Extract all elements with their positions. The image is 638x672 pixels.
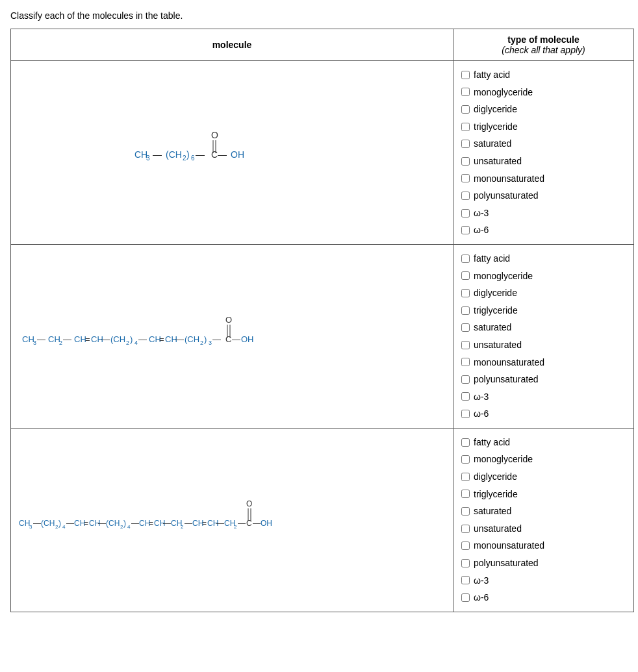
svg-text:3: 3 bbox=[146, 155, 150, 162]
svg-text:CH: CH bbox=[22, 334, 34, 344]
checkbox-item-row3: polyunsaturated bbox=[461, 554, 626, 572]
svg-text:2: 2 bbox=[234, 524, 237, 530]
checkbox-monounsaturated-row3[interactable] bbox=[461, 541, 470, 550]
checkbox-ω-6-row3[interactable] bbox=[461, 593, 470, 602]
table-row: CH 3 — (CH 2 ) 6 — C O bbox=[11, 61, 634, 245]
svg-text:4: 4 bbox=[127, 524, 131, 530]
table-row: CH 3 — CH 2 — CH = CH — (CH 2 ) 4 bbox=[11, 244, 634, 428]
svg-text:): ) bbox=[204, 334, 207, 344]
svg-text:—: — bbox=[185, 519, 192, 528]
svg-text:3: 3 bbox=[33, 340, 36, 346]
svg-text:O: O bbox=[246, 499, 252, 508]
checkbox-label: diglyceride bbox=[474, 101, 517, 118]
checkbox-ω-3-row2[interactable] bbox=[461, 392, 470, 401]
svg-text:—: — bbox=[98, 519, 106, 528]
checkbox-saturated-row2[interactable] bbox=[461, 323, 470, 332]
svg-text:—: — bbox=[138, 334, 147, 344]
checkbox-label: ω-3 bbox=[474, 205, 489, 222]
checkbox-label: monounsaturated bbox=[474, 537, 544, 554]
molecule-1: CH 3 — (CH 2 ) 6 — C O bbox=[11, 61, 453, 245]
checkbox-triglyceride-row2[interactable] bbox=[461, 306, 470, 315]
checkbox-label: saturated bbox=[474, 135, 511, 153]
checkbox-label: monoglyceride bbox=[474, 451, 533, 468]
checkbox-diglyceride-row1[interactable] bbox=[461, 105, 470, 114]
svg-text:4: 4 bbox=[134, 340, 138, 346]
checkbox-item-row3: saturated bbox=[461, 503, 626, 520]
svg-text:OH: OH bbox=[231, 149, 244, 160]
svg-text:(CH: (CH bbox=[166, 149, 182, 160]
svg-text:2: 2 bbox=[126, 340, 129, 346]
type-options-2: fatty acidmonoglyceridediglyceridetrigly… bbox=[453, 244, 634, 428]
checkbox-item-row1: polyunsaturated bbox=[461, 187, 626, 205]
checkbox-label: triglyceride bbox=[474, 118, 518, 136]
molecule-2: CH 3 — CH 2 — CH = CH — (CH 2 ) 4 bbox=[11, 244, 453, 428]
checkbox-triglyceride-row3[interactable] bbox=[461, 490, 470, 498]
checkbox-label: fatty acid bbox=[474, 250, 510, 268]
checkbox-unsaturated-row3[interactable] bbox=[461, 525, 470, 533]
svg-text:4: 4 bbox=[62, 524, 66, 530]
svg-text:—: — bbox=[216, 519, 224, 528]
type-options-3: fatty acidmonoglyceridediglyceridetrigly… bbox=[453, 428, 634, 612]
checkbox-label: triglyceride bbox=[474, 302, 518, 319]
checkbox-item-row3: triglyceride bbox=[461, 486, 626, 503]
checkbox-label: monoglyceride bbox=[474, 84, 533, 101]
svg-text:—: — bbox=[131, 519, 139, 528]
checkbox-item-row3: monoglyceride bbox=[461, 451, 626, 468]
checkbox-saturated-row1[interactable] bbox=[461, 140, 470, 148]
svg-text:CH: CH bbox=[48, 334, 60, 344]
checkbox-item-row2: monounsaturated bbox=[461, 354, 626, 371]
svg-text:=: = bbox=[149, 519, 153, 528]
checkbox-monoglyceride-row1[interactable] bbox=[461, 88, 470, 96]
checkbox-label: unsaturated bbox=[474, 520, 522, 538]
svg-text:(CH: (CH bbox=[185, 334, 199, 344]
checkbox-polyunsaturated-row2[interactable] bbox=[461, 375, 470, 384]
checkbox-unsaturated-row2[interactable] bbox=[461, 341, 470, 349]
checkbox-item-row1: ω-6 bbox=[461, 221, 626, 239]
svg-text:): ) bbox=[123, 519, 126, 528]
svg-text:—: — bbox=[163, 519, 171, 528]
svg-text:OH: OH bbox=[241, 334, 254, 344]
svg-text:—: — bbox=[218, 149, 227, 160]
checkbox-unsaturated-row1[interactable] bbox=[461, 157, 470, 166]
checkbox-fatty-acid-row3[interactable] bbox=[461, 438, 470, 447]
svg-text:C: C bbox=[246, 519, 252, 528]
checkbox-label: saturated bbox=[474, 319, 511, 336]
checkbox-label: diglyceride bbox=[474, 468, 517, 486]
checkbox-polyunsaturated-row3[interactable] bbox=[461, 559, 470, 567]
checkbox-label: monounsaturated bbox=[474, 354, 544, 371]
svg-text:6: 6 bbox=[191, 155, 195, 162]
svg-text:O: O bbox=[225, 315, 232, 325]
checkbox-monounsaturated-row1[interactable] bbox=[461, 174, 470, 182]
svg-text:3: 3 bbox=[209, 340, 212, 346]
checkbox-item-row1: monoglyceride bbox=[461, 84, 626, 101]
checkbox-diglyceride-row3[interactable] bbox=[461, 473, 470, 481]
checkbox-label: diglyceride bbox=[474, 284, 517, 302]
svg-text:—: — bbox=[232, 334, 240, 344]
checkbox-diglyceride-row2[interactable] bbox=[461, 289, 470, 297]
checkbox-label: saturated bbox=[474, 503, 511, 520]
checkbox-ω-6-row1[interactable] bbox=[461, 226, 470, 234]
checkbox-monounsaturated-row2[interactable] bbox=[461, 358, 470, 366]
checkbox-monoglyceride-row2[interactable] bbox=[461, 271, 470, 280]
svg-text:=: = bbox=[84, 519, 88, 528]
checkbox-fatty-acid-row1[interactable] bbox=[461, 71, 470, 79]
svg-text:—: — bbox=[37, 334, 45, 344]
checkbox-label: fatty acid bbox=[474, 434, 510, 451]
checkbox-polyunsaturated-row1[interactable] bbox=[461, 192, 470, 200]
checkbox-label: unsaturated bbox=[474, 153, 522, 170]
checkbox-fatty-acid-row2[interactable] bbox=[461, 255, 470, 263]
checkbox-ω-3-row1[interactable] bbox=[461, 209, 470, 218]
svg-text:O: O bbox=[211, 130, 218, 140]
checkbox-label: ω-3 bbox=[474, 572, 489, 590]
checkbox-ω-3-row3[interactable] bbox=[461, 576, 470, 584]
svg-text:CH: CH bbox=[74, 334, 86, 344]
checkbox-item-row1: ω-3 bbox=[461, 205, 626, 222]
checkbox-label: polyunsaturated bbox=[474, 371, 539, 388]
type-options-1: fatty acidmonoglyceridediglyceridetrigly… bbox=[453, 61, 634, 245]
checkbox-triglyceride-row1[interactable] bbox=[461, 123, 470, 131]
checkbox-ω-6-row2[interactable] bbox=[461, 410, 470, 418]
checkbox-saturated-row3[interactable] bbox=[461, 507, 470, 516]
checkbox-monoglyceride-row3[interactable] bbox=[461, 455, 470, 464]
checkbox-label: ω-6 bbox=[474, 405, 489, 423]
svg-text:—: — bbox=[101, 334, 110, 344]
